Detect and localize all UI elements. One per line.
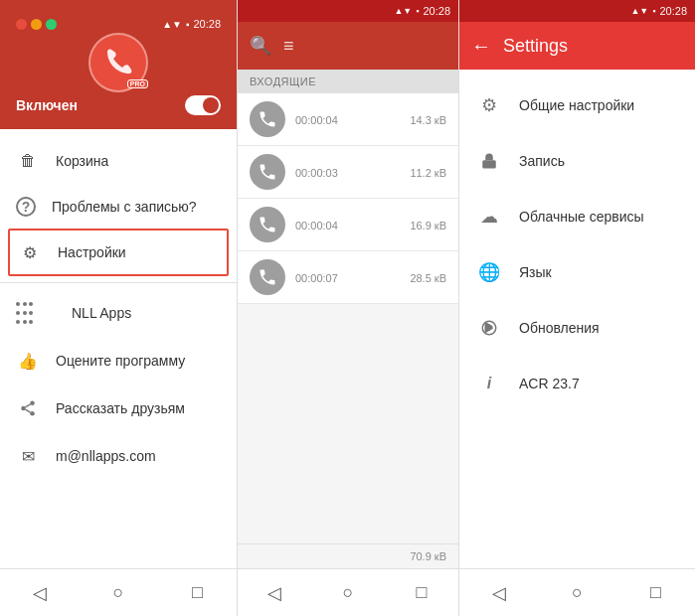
settings-bottom-nav: ◁ ○ □ [459,568,695,616]
maximize-dot[interactable] [46,19,57,30]
drawer-bottom-nav: ◁ ○ □ [0,568,237,616]
calls-status-bar: ▲▼ ▪ 20:28 [238,0,458,22]
home-button[interactable]: ○ [98,573,138,613]
call-item[interactable]: 00:00:03 11.2 кВ [238,146,458,199]
call-duration: 00:00:04 [295,114,338,126]
call-meta: 00:00:07 28.5 кВ [295,272,446,284]
filter-icon[interactable]: ≡ [283,36,294,57]
enabled-label: Включен [16,97,78,113]
enabled-toggle[interactable] [185,95,221,115]
drawer-item-rate[interactable]: 👍 Оцените программу [0,337,237,385]
svg-line-3 [25,409,30,412]
calls-footer: 70.9 кВ [238,543,458,568]
calls-list: 00:00:04 14.3 кВ 00:00:03 11.2 кВ [238,93,458,543]
back-button[interactable]: ◁ [20,573,60,613]
call-avatar [250,259,285,295]
settings-item-label: Язык [519,264,552,280]
drawer-status-bar: ▲▼ ▪ 20:28 [16,18,221,30]
calls-panel: ▲▼ ▪ 20:28 🔍 ≡ ВХОДЯЩИЕ 00:00:04 14.3 кВ [237,0,458,616]
settings-item-language[interactable]: 🌐 Язык [459,244,695,300]
signal-icon: ▲▼ [630,6,648,16]
home-button[interactable]: ○ [328,573,368,613]
call-avatar [250,154,285,190]
help-icon: ? [16,197,36,217]
home-button[interactable]: ○ [558,573,598,613]
call-duration: 00:00:04 [295,220,338,231]
drawer-time: 20:28 [193,18,221,30]
search-icon[interactable]: 🔍 [250,35,271,57]
drawer-item-label: Рассказать друзьям [56,400,185,416]
drawer-item-label: Настройки [58,244,126,260]
battery-icon: ▪ [416,6,419,16]
recent-button[interactable]: □ [177,573,217,613]
calls-toolbar: 🔍 ≡ [238,22,458,70]
settings-time: 20:28 [659,5,687,17]
thumbsup-icon: 👍 [16,349,40,373]
call-size: 16.9 кВ [410,220,446,231]
calls-bottom-nav: ◁ ○ □ [238,568,458,616]
settings-status-bar: ▲▼ ▪ 20:28 [459,0,695,22]
call-meta: 00:00:03 11.2 кВ [295,167,446,179]
drawer-item-label: NLL Apps [72,305,131,321]
calls-time: 20:28 [423,5,450,17]
call-item[interactable]: 00:00:04 16.9 кВ [238,199,458,251]
back-button[interactable]: ◁ [479,573,519,613]
settings-item-updates[interactable]: Обновления [459,300,695,356]
call-size: 11.2 кВ [410,167,446,179]
drawer-logo-area: PRO [16,33,221,92]
email-icon: ✉ [16,444,40,468]
signal-icon: ▲▼ [394,6,412,16]
settings-item-record[interactable]: Запись [459,133,695,189]
settings-item-label: ACR 23.7 [519,376,580,391]
call-duration: 00:00:03 [295,167,338,179]
battery-icon: ▪ [652,6,655,16]
svg-line-4 [25,404,30,407]
settings-toolbar: ← Settings [459,22,695,70]
drawer-enabled-row: Включен [16,95,221,115]
call-item[interactable]: 00:00:07 28.5 кВ [238,251,458,304]
settings-item-about[interactable]: i ACR 23.7 [459,356,695,411]
close-dot[interactable] [16,19,27,30]
call-info: 00:00:03 11.2 кВ [295,165,446,179]
signal-icon: ▲▼ [162,19,182,30]
drawer-item-problems[interactable]: ? Проблемы с записью? [0,185,237,229]
drawer-item-nll-apps[interactable]: NLL Apps [0,289,237,337]
apps-icon [16,301,34,325]
info-icon: i [475,370,503,397]
recent-button[interactable]: □ [402,573,441,613]
settings-title: Settings [503,36,568,57]
drawer-item-share[interactable]: Рассказать друзьям [0,385,237,432]
drawer-divider-1 [0,282,237,283]
settings-item-general[interactable]: ⚙ Общие настройки [459,77,695,133]
call-avatar [250,101,285,137]
update-icon [475,314,503,342]
minimize-dot[interactable] [31,19,42,30]
settings-list: ⚙ Общие настройки Запись ☁ Облачные серв… [459,70,695,568]
drawer-item-trash[interactable]: 🗑 Корзина [0,137,237,185]
settings-item-cloud[interactable]: ☁ Облачные сервисы [459,189,695,244]
svg-rect-5 [482,160,496,168]
call-info: 00:00:07 28.5 кВ [295,270,446,284]
back-button[interactable]: ◁ [255,573,294,613]
call-meta: 00:00:04 14.3 кВ [295,114,446,126]
drawer-item-email[interactable]: ✉ m@nllapps.com [0,432,237,480]
call-avatar [250,207,285,242]
svg-point-0 [30,401,35,406]
app-logo: PRO [88,33,148,92]
share-icon [16,396,40,420]
drawer-item-label: Проблемы с записью? [52,199,197,215]
call-item[interactable]: 00:00:04 14.3 кВ [238,93,458,146]
recent-button[interactable]: □ [636,573,676,613]
drawer-item-settings[interactable]: ⚙ Настройки [8,229,229,276]
battery-icon: ▪ [186,19,190,30]
pro-badge: PRO [127,79,148,88]
gear-icon: ⚙ [475,91,503,119]
call-meta: 00:00:04 16.9 кВ [295,220,446,231]
back-button[interactable]: ← [471,35,491,58]
drawer-item-label: Корзина [56,153,108,169]
calls-section-header: ВХОДЯЩИЕ [238,70,458,93]
call-size: 28.5 кВ [410,272,446,284]
drawer-item-label: m@nllapps.com [56,448,156,464]
trash-icon: 🗑 [16,149,40,173]
drawer-header: ▲▼ ▪ 20:28 PRO Включен [0,0,237,129]
